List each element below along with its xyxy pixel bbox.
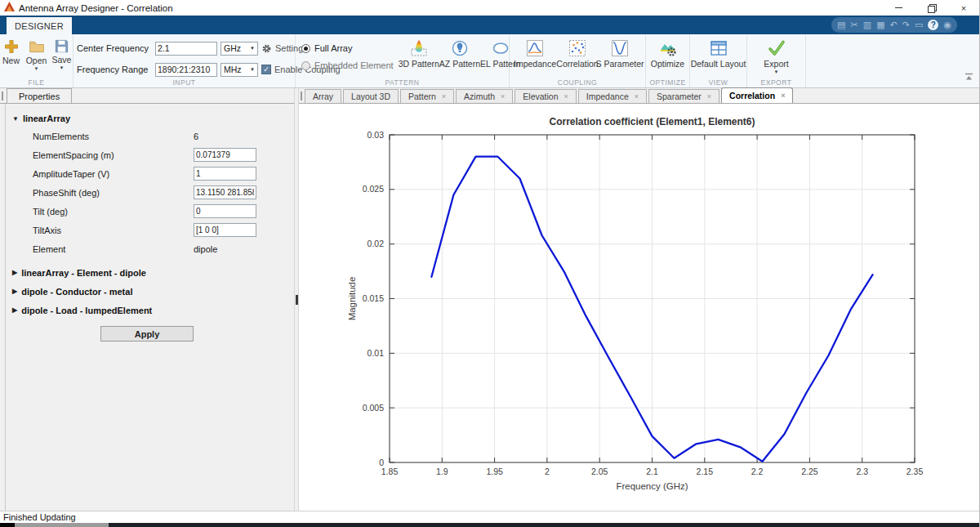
restore-button[interactable]	[915, 0, 947, 16]
ribbon-group-optimize: Optimize OPTIMIZE	[646, 34, 690, 87]
close-tab-icon[interactable]: ×	[564, 92, 568, 100]
status-text: Finished Updating	[3, 512, 76, 522]
tab-impedance[interactable]: Impedance×	[578, 89, 647, 103]
close-tab-icon[interactable]: ×	[501, 92, 505, 100]
correlation-plot-svg: 1.851.91.9522.052.12.152.22.252.32.3500.…	[299, 104, 980, 511]
svg-text:0: 0	[379, 458, 384, 467]
tab-elevation[interactable]: Elevation×	[514, 89, 576, 103]
close-tab-icon[interactable]: ×	[781, 92, 785, 100]
layout-window-icon[interactable]: ▭	[915, 20, 923, 29]
svg-text:0.01: 0.01	[368, 348, 385, 358]
tab-designer[interactable]: DESIGNER	[7, 17, 72, 34]
tab-properties[interactable]: Properties	[7, 88, 72, 103]
undo-icon[interactable]: ↶	[890, 20, 898, 29]
antenna-array-designer-window: Antenna Array Designer - Correlation × D…	[0, 0, 980, 527]
svg-text:0.015: 0.015	[363, 293, 384, 303]
gear-icon	[261, 43, 272, 54]
copy-icon[interactable]: ▥	[863, 20, 871, 29]
section-lineararray[interactable]: ▼ linearArray	[6, 110, 294, 127]
svg-text:0.02: 0.02	[368, 239, 385, 248]
frequency-range-input[interactable]	[155, 63, 217, 77]
svg-text:2: 2	[545, 467, 550, 476]
tab-array[interactable]: Array	[305, 89, 341, 103]
amplitudetaper-input[interactable]	[194, 167, 256, 181]
svg-text:0.005: 0.005	[363, 403, 384, 413]
close-button[interactable]: ×	[947, 0, 980, 16]
expanded-triangle-icon: ▼	[12, 115, 19, 123]
tilt-input[interactable]	[194, 204, 256, 218]
correlation-chart: 1.851.91.9522.052.12.152.22.252.32.3500.…	[299, 104, 980, 511]
coupling-group-label: COUPLING	[510, 78, 645, 87]
new-plus-icon	[3, 38, 20, 55]
unit-caret-icon: ▼	[250, 67, 255, 72]
window-controls: ×	[882, 0, 980, 16]
collapsed-triangle-icon: ▶	[12, 306, 17, 314]
export-check-icon	[767, 38, 786, 58]
export-group-label: EXPORT	[747, 78, 805, 87]
svg-text:1.95: 1.95	[486, 467, 503, 476]
section-element-dipole[interactable]: ▶ linearArray - Element - dipole	[6, 263, 294, 282]
prop-row-elementspacing: ElementSpacing (m)	[6, 145, 294, 164]
input-group-label: INPUT	[74, 78, 295, 87]
full-array-radio[interactable]: Full Array	[301, 43, 394, 53]
prop-row-numelements: NumElements 6	[6, 127, 294, 145]
svg-text:1.9: 1.9	[436, 467, 448, 476]
radio-unselected-icon	[301, 61, 310, 70]
el-pattern-icon	[491, 38, 510, 58]
svg-text:Frequency (GHz): Frequency (GHz)	[616, 481, 688, 491]
prop-row-amplitudetaper: AmplitudeTaper (V)	[6, 164, 294, 183]
paste-icon[interactable]: ▦	[876, 20, 884, 29]
app-logo-icon	[4, 2, 15, 14]
phaseshift-input[interactable]	[194, 185, 256, 199]
optimize-icon	[658, 38, 678, 58]
section-load-lumpedelement[interactable]: ▶ dipole - Load - lumpedElement	[6, 301, 294, 319]
frequency-range-unit-select[interactable]: MHz ▼	[220, 63, 258, 77]
az-pattern-icon	[450, 38, 470, 58]
tab-azimuth[interactable]: Azimuth×	[456, 89, 513, 103]
file-group-label: FILE	[0, 78, 73, 87]
properties-panel: Properties ▼ linearArray NumElements 6 E…	[0, 88, 294, 511]
svg-text:Correlation coefficient (Eleme: Correlation coefficient (Element1, Eleme…	[549, 116, 755, 127]
section-conductor-metal[interactable]: ▶ dipole - Conductor - metal	[6, 282, 294, 301]
svg-text:2.05: 2.05	[591, 467, 608, 476]
close-tab-icon[interactable]: ×	[707, 92, 711, 100]
save-caret-icon: ▼	[60, 65, 65, 70]
embedded-element-radio[interactable]: Embedded Element	[301, 60, 394, 70]
tab-correlation[interactable]: Correlation×	[721, 87, 793, 103]
panel-grip-icon[interactable]	[301, 92, 302, 100]
ribbon: New Open ▼ Save ▼ FILE Center Frequency …	[0, 34, 980, 88]
help-icon[interactable]: ?	[928, 20, 938, 30]
panel-left-gutter	[0, 104, 6, 511]
frequency-range-label: Frequency Range	[77, 65, 152, 74]
prop-row-phaseshift: PhaseShift (deg)	[6, 183, 294, 202]
center-frequency-unit-select[interactable]: GHz ▼	[220, 42, 258, 56]
window-title: Antenna Array Designer - Correlation	[19, 3, 173, 13]
tab-sparameter[interactable]: Sparameter×	[648, 89, 719, 103]
collapse-ribbon-icon[interactable]	[964, 72, 973, 83]
close-tab-icon[interactable]: ×	[442, 92, 446, 100]
tiltaxis-input[interactable]	[194, 223, 256, 237]
panel-grip-icon[interactable]	[2, 92, 3, 100]
document-tabrow: Array Layout 3D Pattern× Azimuth× Elevat…	[299, 88, 980, 104]
redo-icon[interactable]: ↷	[902, 20, 910, 29]
svg-text:2.2: 2.2	[751, 467, 764, 476]
impedance-icon	[525, 38, 545, 58]
elementspacing-input[interactable]	[194, 148, 256, 162]
globe-icon[interactable]: ◉	[943, 20, 951, 29]
tab-layout-3d[interactable]: Layout 3D	[343, 89, 399, 103]
save-icon[interactable]: ▤	[837, 20, 845, 29]
tab-pattern[interactable]: Pattern×	[400, 89, 454, 103]
ribbon-group-view: Default Layout VIEW	[690, 34, 747, 87]
ribbon-group-input: Center Frequency GHz ▼ Settings Frequenc…	[74, 34, 296, 87]
apply-button[interactable]: Apply	[100, 326, 194, 342]
cut-icon[interactable]: ✂	[851, 20, 858, 29]
close-tab-icon[interactable]: ×	[635, 92, 639, 100]
center-frequency-input[interactable]	[155, 42, 217, 56]
minimize-button[interactable]	[882, 0, 915, 16]
splitter-handle[interactable]	[296, 295, 298, 305]
plot-panel: Array Layout 3D Pattern× Azimuth× Elevat…	[299, 88, 980, 511]
collapsed-triangle-icon: ▶	[12, 269, 17, 276]
titlebar: Antenna Array Designer - Correlation ×	[0, 0, 980, 16]
svg-text:0.03: 0.03	[368, 130, 385, 140]
svg-text:2.3: 2.3	[856, 467, 868, 476]
